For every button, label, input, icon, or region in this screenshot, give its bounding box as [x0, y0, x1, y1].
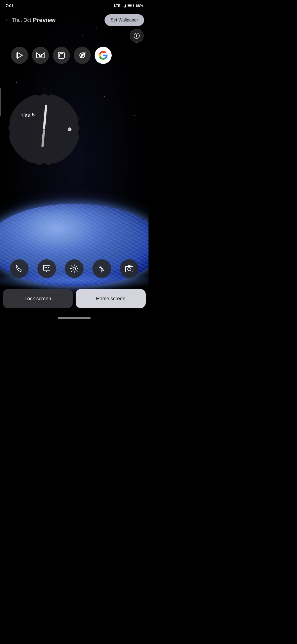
svg-point-10 — [60, 88, 61, 88]
lock-screen-tab[interactable]: Lock screen — [3, 289, 73, 308]
svg-rect-24 — [128, 5, 131, 7]
info-icon: i — [134, 33, 140, 39]
app-icon-gmail[interactable]: M — [32, 47, 49, 64]
signal-icon — [122, 4, 126, 7]
play-games-icon — [15, 51, 24, 59]
app-icon-google[interactable] — [95, 47, 112, 64]
date-text: Thu, Oct — [12, 17, 31, 23]
left-edge-indicator — [0, 88, 1, 116]
dock-icon-camera[interactable] — [120, 259, 139, 278]
google-icon — [98, 50, 108, 60]
svg-point-11 — [104, 96, 105, 97]
clock-dot — [68, 127, 72, 131]
clock-blob: Thu 5 — [8, 94, 80, 165]
clock-date-label: Thu 5 — [21, 112, 35, 119]
app-icon-square[interactable] — [53, 47, 70, 64]
set-wallpaper-button[interactable]: Set Wallpaper — [105, 14, 144, 26]
back-title-group: ← Thu, Oct Preview — [4, 17, 56, 24]
bottom-tabs: Lock screen Home screen — [3, 289, 146, 308]
camera-icon — [125, 264, 134, 273]
dock-icon-messages[interactable] — [37, 259, 56, 278]
svg-rect-30 — [58, 52, 64, 58]
preview-title: Preview — [33, 17, 56, 24]
svg-point-19 — [24, 179, 25, 179]
svg-rect-23 — [133, 5, 134, 6]
svg-point-38 — [46, 267, 47, 268]
clock-minute-hand — [43, 105, 47, 129]
dock-icon-pinwheel[interactable] — [92, 259, 111, 278]
svg-point-16 — [121, 151, 121, 152]
home-indicator — [58, 317, 91, 319]
svg-marker-27 — [18, 53, 22, 58]
svg-point-15 — [85, 132, 86, 132]
top-bar: ← Thu, Oct Preview Set Wallpaper — [0, 12, 148, 29]
app-icon-play-games[interactable] — [11, 47, 28, 64]
pinwheel-icon — [97, 264, 106, 273]
back-arrow-icon[interactable]: ← — [4, 17, 10, 24]
lte-label: LTE — [114, 4, 120, 8]
svg-point-9 — [132, 77, 132, 77]
svg-point-13 — [134, 115, 135, 116]
svg-point-7 — [82, 36, 83, 36]
bottom-dock — [0, 259, 148, 278]
svg-text:M: M — [39, 53, 42, 58]
dock-icon-phone[interactable] — [10, 259, 29, 278]
svg-point-18 — [143, 170, 143, 171]
svg-point-41 — [101, 268, 103, 269]
svg-point-37 — [45, 267, 46, 268]
status-time: 7:01 — [6, 3, 14, 8]
svg-point-8 — [16, 82, 17, 83]
svg-rect-28 — [16, 53, 18, 58]
square-icon — [57, 51, 65, 59]
chrome-icon — [78, 51, 87, 60]
battery-percent: 68% — [136, 4, 143, 8]
svg-rect-31 — [60, 54, 63, 57]
clock-hour-hand — [41, 129, 45, 147]
app-icons-row: M — [0, 47, 148, 64]
app-icon-chrome[interactable] — [74, 47, 91, 64]
svg-text:i: i — [136, 34, 137, 38]
dock-icon-settings[interactable] — [65, 259, 84, 278]
gmail-icon: M — [36, 52, 45, 59]
status-right: LTE 68% — [114, 4, 143, 8]
home-screen-tab[interactable]: Home screen — [76, 289, 146, 308]
battery-icon — [128, 4, 134, 7]
info-button[interactable]: i — [130, 29, 144, 43]
phone-icon — [15, 264, 23, 273]
clock-widget: Thu 5 — [8, 94, 80, 165]
svg-marker-21 — [124, 4, 126, 7]
status-bar: 7:01 LTE 68% — [0, 0, 148, 11]
svg-point-39 — [48, 267, 49, 268]
svg-point-40 — [73, 267, 76, 270]
messages-icon — [42, 264, 51, 273]
svg-point-43 — [128, 268, 131, 271]
settings-icon — [70, 264, 79, 273]
